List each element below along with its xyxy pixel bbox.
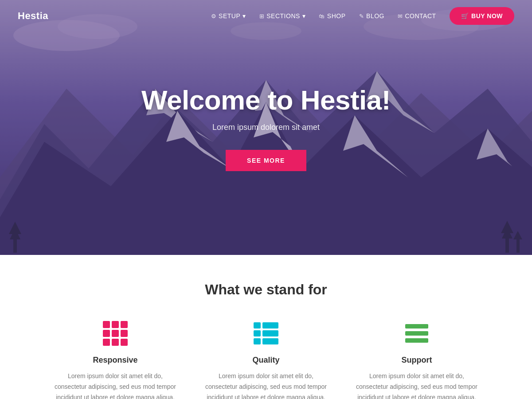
grid-icon xyxy=(103,321,128,346)
hero-subtitle: Lorem ipsum dolorem sit amet xyxy=(141,123,391,132)
feature-support: Support Lorem ipsum dolor sit amet elit … xyxy=(341,320,492,399)
nav-links: ⚙ SETUP ▾ ⊞ SECTIONS ▾ 🛍 SHOP ✎ BLOG ✉ C… xyxy=(211,7,514,25)
lines-icon xyxy=(405,324,428,343)
nav-blog[interactable]: ✎ BLOG xyxy=(359,12,384,20)
navbar: Hestia ⚙ SETUP ▾ ⊞ SECTIONS ▾ 🛍 SHOP ✎ B… xyxy=(0,0,532,32)
quality-title: Quality xyxy=(204,356,328,365)
shop-icon: 🛍 xyxy=(319,13,325,20)
features-grid: Responsive Lorem ipsum dolor sit amet el… xyxy=(18,320,514,399)
support-icon xyxy=(355,320,479,347)
chevron-down-icon: ▾ xyxy=(302,12,306,20)
feature-responsive: Responsive Lorem ipsum dolor sit amet el… xyxy=(40,320,191,399)
hero-section: Welcome to Hestia! Lorem ipsum dolorem s… xyxy=(0,0,532,255)
nav-sections[interactable]: ⊞ SECTIONS ▾ xyxy=(259,12,306,20)
features-title: What we stand for xyxy=(18,282,514,298)
features-section: What we stand for Responsive Lorem ipsum… xyxy=(0,255,532,399)
chevron-down-icon: ▾ xyxy=(243,12,246,20)
support-desc: Lorem ipsum dolor sit amet elit do, cons… xyxy=(355,371,479,399)
setup-icon: ⚙ xyxy=(211,13,217,20)
responsive-title: Responsive xyxy=(53,356,177,365)
contact-icon: ✉ xyxy=(398,13,403,20)
feature-quality: Quality Lorem ipsum dolor sit amet elit … xyxy=(191,320,341,399)
responsive-icon xyxy=(53,320,177,347)
cart-icon: 🛒 xyxy=(461,12,469,20)
nav-shop[interactable]: 🛍 SHOP xyxy=(319,12,345,20)
quality-icon xyxy=(204,320,328,347)
hero-content: Welcome to Hestia! Lorem ipsum dolorem s… xyxy=(141,84,391,171)
quality-desc: Lorem ipsum dolor sit amet elit do, cons… xyxy=(204,371,328,399)
table-icon xyxy=(254,322,278,344)
support-title: Support xyxy=(355,356,479,365)
buy-now-button[interactable]: 🛒 BUY NOW xyxy=(450,7,514,25)
nav-contact[interactable]: ✉ CONTACT xyxy=(398,12,436,20)
brand-logo[interactable]: Hestia xyxy=(18,10,48,22)
sections-icon: ⊞ xyxy=(259,13,265,20)
nav-setup[interactable]: ⚙ SETUP ▾ xyxy=(211,12,246,20)
blog-icon: ✎ xyxy=(359,13,364,20)
hero-title: Welcome to Hestia! xyxy=(141,84,391,116)
see-more-button[interactable]: SEE MORE xyxy=(226,150,306,171)
responsive-desc: Lorem ipsum dolor sit amet elit do, cons… xyxy=(53,371,177,399)
